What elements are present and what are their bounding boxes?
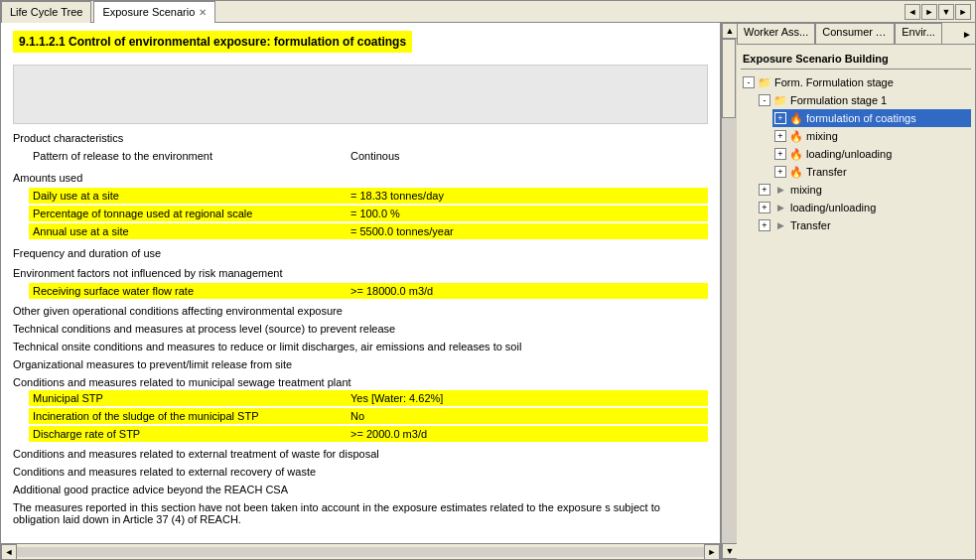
tree-item-mixing[interactable]: + ▶ mixing [757, 181, 971, 199]
vscroll-track[interactable] [722, 39, 737, 543]
tree-label-transfer-sub: Transfer [806, 166, 847, 178]
section-external-treatment: Conditions and measures related to exter… [13, 448, 708, 460]
field-daily-use: Daily use at a site = 18.33 tonnes/day [29, 188, 708, 204]
section-external-recovery: Conditions and measures related to exter… [13, 466, 708, 478]
section-good-practice: Additional good practice advice beyond t… [13, 484, 708, 495]
vscroll-down[interactable]: ▼ [722, 543, 738, 559]
tab-lifecycle-label: Life Cycle Tree [10, 6, 82, 18]
vscroll-up[interactable]: ▲ [722, 23, 738, 39]
arrow-icon-transfer: ▶ [772, 217, 788, 233]
nav-scroll-button[interactable]: ► [955, 4, 971, 20]
field-pct-label: Percentage of tonnage used at regional s… [33, 208, 350, 219]
bottom-scrollbar[interactable]: ◄ ► [1, 543, 720, 559]
tree-expand-loading-sub[interactable]: + [774, 148, 786, 160]
main-area: 9.1.1.2.1 Control of environmental expos… [1, 23, 975, 559]
right-tab-arrow[interactable]: ► [959, 23, 975, 45]
doc-title: 9.1.1.2.1 Control of environmental expos… [13, 31, 708, 65]
folder-icon-form-stage-1: 📁 [772, 92, 788, 108]
hscroll-track[interactable] [17, 547, 704, 557]
field-pattern-label: Pattern of release to the environment [33, 150, 350, 162]
tree-expand-form-stage-1[interactable]: - [759, 94, 770, 106]
tree-item-loading-sub[interactable]: + 🔥 loading/unloading [772, 145, 971, 163]
tree-label-transfer: Transfer [790, 219, 831, 231]
tree-item-mixing-sub[interactable]: + 🔥 mixing [772, 127, 971, 145]
field-annual-use: Annual use at a site = 5500.0 tonnes/yea… [29, 223, 708, 239]
tree-expand-coatings[interactable]: + [774, 112, 786, 124]
section-amounts: Amounts used [13, 172, 708, 184]
tree-expand-transfer-sub[interactable]: + [774, 166, 786, 178]
tree-label-mixing: mixing [790, 184, 822, 196]
tree-item-form-stage-1[interactable]: - 📁 Formulation stage 1 [757, 91, 971, 109]
app-container: Life Cycle Tree Exposure Scenario ✕ ◄ ► … [0, 0, 976, 560]
tab-exposure-label: Exposure Scenario [102, 6, 195, 18]
doc-icon-loading-sub: 🔥 [788, 146, 804, 162]
section-measures-note: The measures reported in this section ha… [13, 501, 708, 525]
section-tech-process: Technical conditions and measures at pro… [13, 323, 708, 335]
field-pct-value: = 100.0 % [350, 208, 400, 219]
tree-expand-transfer[interactable]: + [759, 219, 770, 231]
field-pattern-value: Continous [350, 150, 400, 162]
section-env-factors: Environment factors not influenced by ri… [13, 267, 708, 279]
nav-buttons: ◄ ► ▼ ► [905, 4, 971, 20]
doc-vscrollbar[interactable]: ▲ ▼ [721, 23, 737, 559]
field-surface-water: Receiving surface water flow rate >= 180… [29, 283, 708, 299]
field-surface-label: Receiving surface water flow rate [33, 285, 350, 297]
field-annual-label: Annual use at a site [33, 225, 350, 237]
field-mun-stp: Municipal STP Yes [Water: 4.62%] [29, 390, 708, 406]
nav-forward-button[interactable]: ► [921, 4, 937, 20]
hscroll-right[interactable]: ► [704, 544, 720, 560]
tree-item-formulation-coatings[interactable]: + 🔥 formulation of coatings [772, 109, 971, 127]
vscroll-thumb[interactable] [722, 39, 736, 118]
field-mun-stp-value: Yes [Water: 4.62%] [350, 392, 443, 404]
tab-exposure[interactable]: Exposure Scenario ✕ [93, 1, 215, 23]
doc-panel: 9.1.1.2.1 Control of environmental expos… [1, 23, 721, 559]
doc-icon-transfer-sub: 🔥 [788, 164, 804, 180]
tree-label-form-stage: Form. Formulation stage [774, 76, 894, 88]
nav-back-button[interactable]: ◄ [905, 4, 920, 20]
tree-expand-mixing[interactable]: + [759, 184, 770, 196]
tree-item-loading[interactable]: + ▶ loading/unloading [757, 199, 971, 216]
field-discharge-label: Discharge rate of STP [33, 428, 350, 440]
field-mun-stp-label: Municipal STP [33, 392, 350, 404]
arrow-icon-loading: ▶ [772, 200, 788, 215]
doc-scroll-area[interactable]: 9.1.1.2.1 Control of environmental expos… [1, 23, 720, 543]
tree-item-transfer-sub[interactable]: + 🔥 Transfer [772, 163, 971, 181]
field-discharge-value: >= 2000.0 m3/d [350, 428, 427, 440]
field-daily-label: Daily use at a site [33, 190, 350, 202]
tree-label-mixing-sub: mixing [806, 130, 838, 142]
arrow-icon-mixing: ▶ [772, 182, 788, 198]
hscroll-left[interactable]: ◄ [1, 544, 17, 560]
tree-item-form-stage[interactable]: - 📁 Form. Formulation stage [741, 73, 971, 91]
tree-item-transfer[interactable]: + ▶ Transfer [757, 216, 971, 234]
section-frequency: Frequency and duration of use [13, 247, 708, 259]
tree-expand-mixing-sub[interactable]: + [774, 130, 786, 142]
field-incin-value: No [350, 410, 364, 422]
tab-lifecycle[interactable]: Life Cycle Tree [1, 1, 91, 23]
tree-expand-loading[interactable]: + [759, 202, 770, 213]
right-panel: Worker Ass... Consumer A... Envir... ► E… [737, 23, 975, 559]
tree-section-title: Exposure Scenario Building [741, 49, 971, 70]
tab-exposure-close[interactable]: ✕ [199, 7, 207, 18]
right-tab-envir[interactable]: Envir... [895, 23, 942, 44]
field-incineration: Incineration of the sludge of the munici… [29, 408, 708, 424]
field-surface-value: >= 18000.0 m3/d [350, 285, 433, 297]
right-tab-worker[interactable]: Worker Ass... [737, 23, 815, 44]
right-tab-consumer[interactable]: Consumer A... [815, 23, 895, 44]
section-org: Organizational measures to prevent/limit… [13, 358, 708, 370]
tree-panel[interactable]: Exposure Scenario Building - 📁 Form. For… [737, 45, 975, 559]
right-tab-bar: Worker Ass... Consumer A... Envir... ► [737, 23, 975, 45]
field-percentage: Percentage of tonnage used at regional s… [29, 206, 708, 221]
section-product: Product characteristics [13, 132, 708, 144]
tree-label-loading: loading/unloading [790, 202, 876, 213]
image-placeholder [13, 65, 708, 124]
nav-dropdown-button[interactable]: ▼ [938, 4, 954, 20]
tree-label-form-stage-1: Formulation stage 1 [790, 94, 887, 106]
doc-icon-coatings: 🔥 [788, 110, 804, 126]
field-incin-label: Incineration of the sludge of the munici… [33, 410, 350, 422]
doc-icon-mixing-sub: 🔥 [788, 128, 804, 144]
section-municipal: Conditions and measures related to munic… [13, 376, 708, 388]
field-discharge-rate: Discharge rate of STP >= 2000.0 m3/d [29, 426, 708, 442]
section-other: Other given operational conditions affec… [13, 305, 708, 317]
folder-icon-form-stage: 📁 [757, 74, 772, 90]
tree-expand-form-stage[interactable]: - [743, 76, 755, 88]
